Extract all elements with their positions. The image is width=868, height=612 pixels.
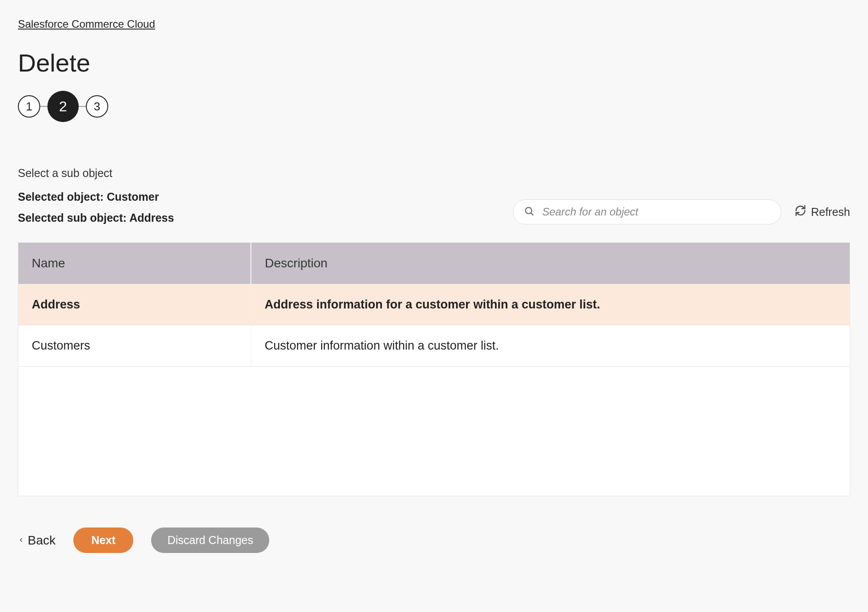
refresh-label: Refresh <box>811 206 850 219</box>
step-1[interactable]: 1 <box>18 95 40 118</box>
step-connector <box>40 106 47 107</box>
sub-object-table: Name Description Address Address informa… <box>18 242 850 367</box>
svg-line-1 <box>531 213 533 215</box>
table-row[interactable]: Address Address information for a custom… <box>18 284 850 325</box>
stepper: 1 2 3 <box>18 91 850 122</box>
step-2[interactable]: 2 <box>47 91 79 122</box>
table-empty-area <box>18 367 850 496</box>
table-cell-name: Customers <box>18 325 251 367</box>
selected-object-label: Selected object: Customer <box>18 190 513 203</box>
back-button[interactable]: Back <box>18 533 55 548</box>
search-field-wrap <box>513 199 781 224</box>
selected-sub-object-label: Selected sub object: Address <box>18 211 513 224</box>
table-cell-name: Address <box>18 284 251 325</box>
chevron-left-icon <box>18 535 24 545</box>
table-cell-description: Address information for a customer withi… <box>251 284 850 325</box>
footer-actions: Back Next Discard Changes <box>18 528 850 553</box>
step-3[interactable]: 3 <box>86 95 108 118</box>
step-connector <box>79 106 86 107</box>
search-icon <box>524 206 534 218</box>
refresh-button[interactable]: Refresh <box>795 205 850 219</box>
section-label: Select a sub object <box>18 167 850 180</box>
table-cell-description: Customer information within a customer l… <box>251 325 850 367</box>
table-header-name: Name <box>18 243 251 284</box>
table-row[interactable]: Customers Customer information within a … <box>18 325 850 367</box>
refresh-icon <box>795 205 806 219</box>
next-button[interactable]: Next <box>73 528 133 553</box>
breadcrumb-link[interactable]: Salesforce Commerce Cloud <box>18 18 155 30</box>
page-title: Delete <box>18 48 850 77</box>
table-header-description: Description <box>251 243 850 284</box>
search-input[interactable] <box>513 199 781 224</box>
back-label: Back <box>28 533 55 548</box>
discard-changes-button[interactable]: Discard Changes <box>151 528 269 553</box>
